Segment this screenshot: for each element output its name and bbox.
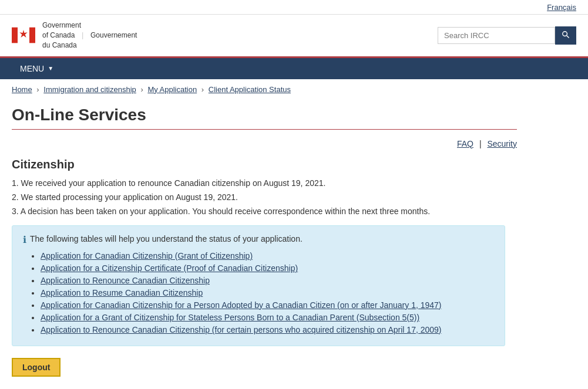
status-list: 1. We received your application to renou… <box>12 178 517 216</box>
breadcrumb-separator-1: › <box>36 85 41 94</box>
info-icon: ℹ <box>23 234 26 245</box>
security-link[interactable]: Security <box>487 139 517 148</box>
gov-separator: | <box>82 31 83 39</box>
info-link-5[interactable]: Application for Canadian Citizenship for… <box>41 300 442 310</box>
status-item-3: 3. A decision has been taken on your app… <box>12 207 517 216</box>
info-link-1[interactable]: Application for Canadian Citizenship (Gr… <box>41 251 253 261</box>
logo-area: Government of Canada | Gouvernement du C… <box>12 21 137 50</box>
main-content: On-Line Services FAQ | Security Citizens… <box>0 100 529 389</box>
list-item: Application for Canadian Citizenship (Gr… <box>41 251 494 261</box>
info-box: ℹ The following tables will help you und… <box>12 225 505 346</box>
breadcrumb-separator-3: › <box>201 85 206 94</box>
info-box-header: ℹ The following tables will help you und… <box>23 234 494 245</box>
links-separator: | <box>479 139 484 148</box>
page-links: FAQ | Security <box>12 133 517 158</box>
info-link-2[interactable]: Application for a Citizenship Certificat… <box>41 263 298 273</box>
gov-name: Government of Canada | Gouvernement du C… <box>42 21 137 50</box>
info-link-3[interactable]: Application to Renounce Canadian Citizen… <box>41 276 210 285</box>
list-item: Application to Renounce Canadian Citizen… <box>41 325 494 334</box>
menu-label: MENU <box>20 64 44 73</box>
list-item: Application for a Grant of Citizenship f… <box>41 313 494 322</box>
status-item-1: 1. We received your application to renou… <box>12 178 517 188</box>
breadcrumb-home[interactable]: Home <box>12 85 32 94</box>
language-link[interactable]: Français <box>547 3 576 12</box>
svg-point-4 <box>563 32 567 36</box>
breadcrumb: Home › Immigration and citizenship › My … <box>0 79 588 100</box>
logout-button[interactable]: Logout <box>12 358 61 377</box>
search-icon <box>562 31 570 39</box>
search-area <box>438 26 576 45</box>
logout-area: Logout <box>12 358 517 388</box>
info-links-list: Application for Canadian Citizenship (Gr… <box>23 251 494 334</box>
nav-menu: MENU ▼ <box>0 58 588 79</box>
faq-link[interactable]: FAQ <box>457 139 473 148</box>
breadcrumb-myapp[interactable]: My Application <box>147 85 197 94</box>
chevron-down-icon: ▼ <box>48 65 53 72</box>
search-button[interactable] <box>555 26 576 45</box>
canada-flag <box>12 26 35 45</box>
search-input[interactable] <box>438 27 555 44</box>
info-link-7[interactable]: Application to Renounce Canadian Citizen… <box>41 325 442 334</box>
info-link-4[interactable]: Application to Resume Canadian Citizensh… <box>41 288 203 297</box>
list-item: Application to Renounce Canadian Citizen… <box>41 276 494 285</box>
header: Government of Canada | Gouvernement du C… <box>0 15 588 58</box>
breadcrumb-separator-2: › <box>140 85 145 94</box>
page-title: On-Line Services <box>12 106 517 130</box>
svg-line-5 <box>567 36 569 38</box>
list-item: Application for a Citizenship Certificat… <box>41 263 494 273</box>
info-box-text: The following tables will help you under… <box>30 234 303 243</box>
breadcrumb-immigration[interactable]: Immigration and citizenship <box>43 85 136 94</box>
gov-en: Government of Canada <box>42 21 81 39</box>
svg-rect-0 <box>12 28 18 43</box>
svg-rect-2 <box>29 28 35 43</box>
top-bar: Français <box>0 0 588 15</box>
list-item: Application for Canadian Citizenship for… <box>41 300 494 310</box>
list-item: Application to Resume Canadian Citizensh… <box>41 288 494 297</box>
menu-button[interactable]: MENU ▼ <box>12 58 62 79</box>
breadcrumb-status[interactable]: Client Application Status <box>209 85 291 94</box>
citizenship-section-title: Citizenship <box>12 158 517 171</box>
status-item-2: 2. We started processing your applicatio… <box>12 192 517 202</box>
info-link-6[interactable]: Application for a Grant of Citizenship f… <box>41 313 419 322</box>
